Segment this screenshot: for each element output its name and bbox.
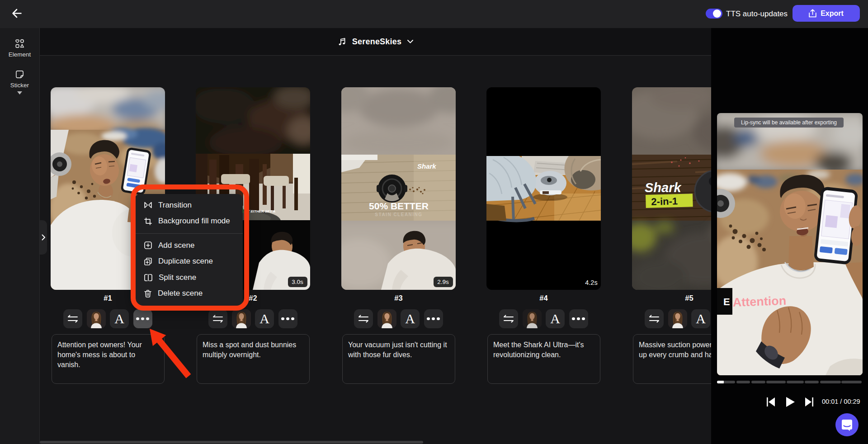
svg-text:50% BETTER: 50% BETTER [369, 201, 429, 211]
svg-text:2.9s: 2.9s [437, 279, 449, 285]
svg-text:Attention: Attention [732, 294, 786, 309]
svg-text:2-in-1: 2-in-1 [651, 195, 678, 208]
svg-text:STAIN CLEANING: STAIN CLEANING [375, 212, 422, 217]
svg-text:4.2s: 4.2s [585, 279, 597, 286]
svg-text:Shark: Shark [645, 180, 682, 195]
svg-text:E: E [723, 296, 730, 307]
svg-text:ST EITHER SET A: ST EITHER SET A [245, 209, 275, 213]
svg-text:3.0s: 3.0s [292, 279, 303, 285]
svg-text:Shark: Shark [417, 162, 436, 170]
